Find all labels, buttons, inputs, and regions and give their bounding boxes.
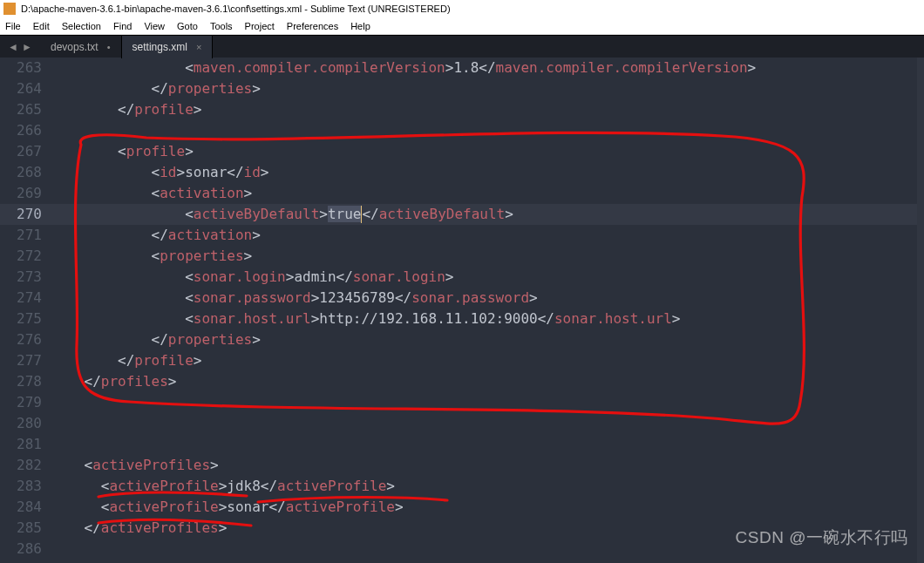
code-line[interactable]: </activation> (51, 225, 917, 246)
code-line[interactable]: <properties> (51, 246, 917, 267)
xml-tag-name: activeProfiles (92, 457, 210, 473)
tab-label: settings.xml (132, 41, 187, 53)
code-line[interactable]: <sonar.login>admin</sonar.login> (51, 267, 917, 288)
xml-tag-name: maven.compiler.compilerVersion (496, 59, 748, 76)
xml-punct: < (101, 478, 110, 494)
tab-settings-xml[interactable]: settings.xml × (122, 36, 214, 58)
xml-punct: < (185, 59, 194, 76)
xml-punct: > (261, 164, 269, 180)
line-number: 266 (0, 120, 42, 141)
code-line[interactable]: <activeProfile>sonar</activeProfile> (51, 497, 917, 518)
xml-text: 123456789 (319, 289, 395, 306)
xml-tag-name: id (244, 164, 261, 180)
xml-punct: > (286, 268, 295, 285)
xml-punct: </ (85, 519, 101, 536)
code-line[interactable]: </profiles> (51, 371, 917, 392)
xml-tag-name: sonar.host.url (554, 310, 672, 327)
menu-preferences[interactable]: Preferences (287, 21, 338, 31)
line-number: 271 (0, 225, 42, 246)
code-line[interactable]: </activeProfiles> (51, 518, 917, 539)
line-number: 263 (0, 58, 42, 78)
line-number: 284 (0, 497, 42, 518)
line-number: 269 (0, 183, 42, 204)
xml-punct: </ (479, 59, 495, 76)
tab-devops[interactable]: devops.txt • (40, 36, 122, 58)
xml-punct: </ (227, 164, 243, 180)
xml-tag-name: properties (160, 248, 243, 264)
xml-punct: > (219, 499, 228, 515)
xml-tag-name: profile (134, 101, 193, 118)
tab-label: devops.txt (51, 41, 99, 53)
xml-punct: < (185, 289, 194, 306)
xml-tag-name: activeProfile (277, 478, 386, 494)
xml-punct: > (311, 289, 320, 306)
code-line[interactable]: <activeProfile>jdk8</activeProfile> (51, 476, 917, 497)
xml-punct: </ (118, 101, 134, 118)
code-line[interactable] (51, 413, 917, 434)
code-line[interactable] (51, 392, 917, 413)
xml-punct: </ (152, 227, 168, 243)
line-number: 282 (0, 455, 42, 476)
xml-punct: > (386, 478, 395, 494)
tab-nav-prev-icon[interactable]: ◄ (7, 41, 19, 53)
xml-punct: < (185, 268, 194, 285)
code-line[interactable]: <activeProfiles> (51, 455, 917, 476)
code-area[interactable]: <maven.compiler.compilerVersion>1.8</mav… (51, 58, 917, 563)
xml-punct: < (152, 185, 160, 201)
tab-close-icon[interactable]: × (196, 42, 201, 52)
xml-punct: </ (261, 478, 277, 494)
menu-tools[interactable]: Tools (210, 21, 233, 31)
xml-punct: > (219, 519, 228, 536)
xml-punct: > (672, 310, 681, 327)
xml-tag-name: profile (134, 352, 193, 369)
xml-tag-name: activation (168, 227, 252, 243)
code-line[interactable]: <maven.compiler.compilerVersion>1.8</mav… (51, 58, 917, 78)
line-number: 275 (0, 309, 42, 329)
editor[interactable]: 2632642652662672682692702712722732742752… (0, 58, 924, 563)
code-line[interactable]: <sonar.host.url>http://192.168.11.102:90… (51, 309, 917, 329)
window-title: D:\apache-maven-3.6.1-bin\apache-maven-3… (21, 3, 451, 14)
menu-edit[interactable]: Edit (33, 21, 50, 31)
xml-punct: < (101, 499, 110, 515)
line-number: 273 (0, 267, 42, 288)
menu-file[interactable]: File (5, 21, 21, 31)
xml-tag-name: activeProfiles (101, 519, 219, 536)
menu-help[interactable]: Help (350, 21, 370, 31)
minimap[interactable] (917, 58, 924, 563)
code-line[interactable] (51, 120, 917, 141)
code-line[interactable]: <activeByDefault>true</activeByDefault> (51, 204, 917, 225)
xml-punct: > (529, 289, 538, 306)
xml-tag-name: sonar.host.url (194, 310, 311, 327)
menubar: File Edit Selection Find View Goto Tools… (0, 17, 924, 35)
tabstrip: ◄ ► devops.txt • settings.xml × (0, 35, 924, 58)
code-line[interactable]: </profile> (51, 350, 917, 371)
code-line[interactable] (51, 539, 917, 560)
code-line[interactable]: </properties> (51, 329, 917, 350)
code-line[interactable]: <id>sonar</id> (51, 162, 917, 183)
tab-nav-next-icon[interactable]: ► (21, 41, 33, 53)
code-line[interactable] (51, 434, 917, 455)
xml-text: admin (294, 268, 336, 285)
menu-view[interactable]: View (144, 21, 165, 31)
line-number: 277 (0, 350, 42, 371)
code-line[interactable]: </profile> (51, 99, 917, 120)
code-line[interactable]: <profile> (51, 141, 917, 162)
xml-punct: > (194, 352, 202, 369)
code-line[interactable]: <sonar.password>123456789</sonar.passwor… (51, 288, 917, 309)
code-line[interactable]: </properties> (51, 78, 917, 99)
code-line[interactable]: <activation> (51, 183, 917, 204)
xml-punct: > (244, 248, 253, 264)
line-number: 270 (0, 204, 51, 225)
menu-goto[interactable]: Goto (177, 21, 198, 31)
xml-punct: > (445, 268, 454, 285)
xml-punct: > (168, 373, 177, 390)
xml-tag-name: profile (126, 143, 185, 159)
xml-punct: < (118, 143, 126, 159)
line-number-gutter: 2632642652662672682692702712722732742752… (0, 58, 51, 563)
menu-selection[interactable]: Selection (62, 21, 101, 31)
menu-project[interactable]: Project (245, 21, 275, 31)
menu-find[interactable]: Find (113, 21, 132, 31)
line-number: 272 (0, 246, 42, 267)
xml-text: jdk8 (227, 478, 261, 494)
tab-nav: ◄ ► (0, 41, 40, 53)
